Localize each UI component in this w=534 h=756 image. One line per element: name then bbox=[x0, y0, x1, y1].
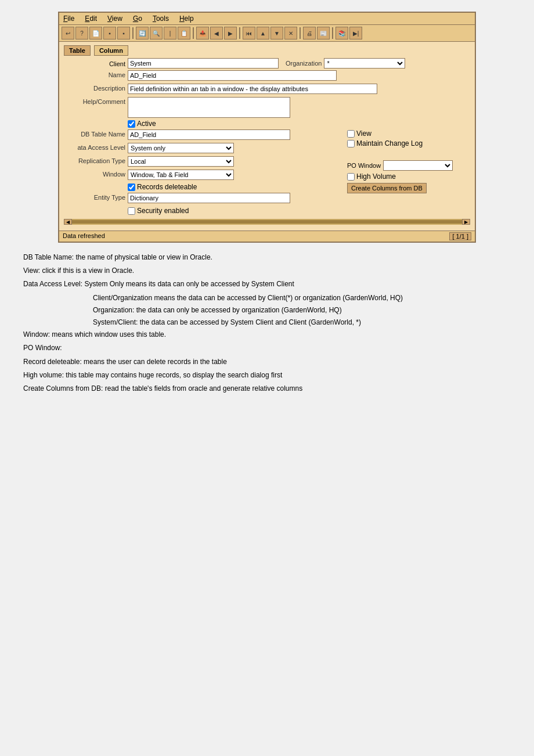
records-deleteable-checkbox[interactable] bbox=[128, 183, 135, 191]
col-left: DB Table Name ata Access Level System on… bbox=[64, 129, 342, 217]
po-window-select[interactable] bbox=[383, 160, 453, 171]
entity-type-label: Entity Type bbox=[64, 193, 128, 201]
form-area: Table Column Client Organization * Name … bbox=[59, 42, 475, 231]
description-input[interactable] bbox=[128, 84, 377, 94]
client-label: Client bbox=[64, 59, 128, 67]
toolbar-sep4 bbox=[300, 27, 301, 39]
toolbar-cancel-btn[interactable]: ✕ bbox=[284, 27, 297, 39]
toolbar-first-btn[interactable]: ⏮ bbox=[243, 27, 255, 39]
toolbar-print-btn[interactable]: 🖨 bbox=[303, 27, 316, 39]
desc-line7: High volume: this table may contains hug… bbox=[23, 370, 511, 381]
organization-label: Organization bbox=[286, 60, 322, 67]
client-org-row: Client Organization * bbox=[64, 58, 470, 69]
high-volume-label: High Volume bbox=[356, 172, 396, 181]
security-enabled-checkbox[interactable] bbox=[128, 207, 135, 215]
desc-line3: Data Access Level: System Only means its… bbox=[23, 279, 511, 290]
toolbar-prev-btn[interactable]: ◀ bbox=[210, 27, 223, 39]
active-checkbox[interactable] bbox=[128, 120, 135, 128]
status-bar: Data refreshed [ 1/1 ] bbox=[59, 231, 475, 242]
menu-edit[interactable]: Edit bbox=[83, 14, 99, 23]
high-volume-checkbox[interactable] bbox=[347, 173, 355, 181]
desc-indent3: System/Client: the data can be accessed … bbox=[93, 317, 511, 328]
organization-select[interactable]: * bbox=[324, 58, 405, 69]
toolbar-sep1 bbox=[132, 27, 134, 39]
menu-bar: File Edit View Go Tools Help bbox=[59, 13, 475, 25]
view-checkbox[interactable] bbox=[347, 130, 355, 138]
security-enabled-label: Security enabled bbox=[137, 207, 189, 215]
maintain-change-log-label: Maintain Change Log bbox=[356, 139, 423, 147]
client-input[interactable] bbox=[128, 58, 279, 69]
toolbar-down-btn[interactable]: ▼ bbox=[270, 27, 283, 39]
data-access-level-label: ata Access Level bbox=[64, 143, 128, 151]
toolbar-find-btn[interactable]: 🔍 bbox=[150, 27, 163, 39]
menu-file[interactable]: File bbox=[62, 14, 76, 23]
horizontal-scrollbar[interactable]: ◀ ▶ bbox=[64, 219, 470, 225]
scroll-left-arrow[interactable]: ◀ bbox=[64, 219, 72, 225]
toolbar-refresh-btn[interactable]: 🔄 bbox=[136, 27, 149, 39]
app-window: File Edit View Go Tools Help ↩ ? 📄 ▪ ▪ 🔄… bbox=[58, 12, 476, 243]
entity-type-row: Entity Type bbox=[64, 193, 342, 204]
active-label: Active bbox=[137, 120, 156, 128]
scroll-track[interactable] bbox=[72, 220, 462, 224]
desc-indent1: Client/Organization means the data can b… bbox=[93, 293, 511, 304]
menu-go[interactable]: Go bbox=[131, 14, 144, 23]
data-access-level-row: ata Access Level System only Client/Orga… bbox=[64, 143, 342, 154]
entity-type-input[interactable] bbox=[128, 193, 290, 203]
toolbar-attach-btn[interactable]: | bbox=[164, 27, 176, 39]
po-window-row: PO Window bbox=[347, 160, 470, 171]
menu-help[interactable]: Help bbox=[178, 14, 196, 23]
org-part: Organization * bbox=[286, 58, 405, 69]
menu-view[interactable]: View bbox=[106, 14, 124, 23]
desc-indent2: Organization: the data can only be acces… bbox=[93, 305, 511, 316]
desc-line4: Window: means which window uses this tab… bbox=[23, 329, 511, 340]
desc-line8: Create Columns from DB: read the table's… bbox=[23, 383, 511, 394]
toolbar-help-btn[interactable]: ? bbox=[75, 27, 88, 39]
toolbar-new-btn[interactable]: 📄 bbox=[89, 27, 102, 39]
db-table-name-label: DB Table Name bbox=[64, 129, 128, 138]
col-right: View Maintain Change Log PO Window bbox=[342, 129, 470, 217]
db-table-name-row: DB Table Name bbox=[64, 129, 342, 141]
window-select[interactable]: Window, Tab & Field bbox=[128, 170, 234, 180]
help-comment-row: Help/Comment bbox=[64, 97, 470, 118]
toolbar-archive-btn[interactable]: 📋 bbox=[178, 27, 190, 39]
po-window-label: PO Window bbox=[347, 162, 381, 169]
two-col-area: DB Table Name ata Access Level System on… bbox=[64, 129, 470, 217]
active-row: Active bbox=[128, 120, 470, 128]
records-deleteable-row: Records deleteable bbox=[128, 183, 342, 191]
toolbar-delete-btn[interactable]: ▪ bbox=[117, 27, 130, 39]
toolbar-next-btn[interactable]: ▶ bbox=[224, 27, 237, 39]
tab-table[interactable]: Table bbox=[64, 45, 91, 56]
maintain-change-log-row: Maintain Change Log bbox=[347, 139, 470, 147]
records-deleteable-label: Records deleteable bbox=[137, 183, 197, 191]
toolbar-sep2 bbox=[193, 27, 194, 39]
window-label: Window bbox=[64, 170, 128, 178]
toolbar-book-btn[interactable]: 📚 bbox=[335, 27, 348, 39]
toolbar-report-btn[interactable]: 📰 bbox=[317, 27, 330, 39]
name-input[interactable] bbox=[128, 70, 337, 81]
replication-type-label: Replication Type bbox=[64, 156, 128, 164]
maintain-change-log-checkbox[interactable] bbox=[347, 140, 355, 147]
create-columns-btn[interactable]: Create Columns from DB bbox=[347, 183, 427, 193]
toolbar-up-btn[interactable]: ▲ bbox=[257, 27, 269, 39]
replication-type-select[interactable]: Local bbox=[128, 156, 234, 167]
create-columns-area: Create Columns from DB bbox=[347, 183, 470, 193]
toolbar-parent-btn[interactable]: 📤 bbox=[196, 27, 209, 39]
name-row: Name bbox=[64, 70, 470, 82]
description-row: Description bbox=[64, 84, 470, 95]
description-label: Description bbox=[64, 84, 128, 92]
name-label: Name bbox=[64, 70, 128, 78]
toolbar-back-btn[interactable]: ↩ bbox=[62, 27, 74, 39]
toolbar-exit-btn[interactable]: ▶| bbox=[349, 27, 362, 39]
toolbar-sep3 bbox=[239, 27, 240, 39]
help-comment-label: Help/Comment bbox=[64, 97, 128, 105]
view-label: View bbox=[356, 129, 371, 138]
desc-line1: DB Table Name: the name of physical tabl… bbox=[23, 252, 511, 263]
data-access-level-select[interactable]: System only Client/Organization Organiza… bbox=[128, 143, 234, 153]
security-enabled-row: Security enabled bbox=[128, 207, 342, 215]
toolbar-copy-btn[interactable]: ▪ bbox=[103, 27, 116, 39]
help-comment-textarea[interactable] bbox=[128, 97, 290, 118]
tab-column[interactable]: Column bbox=[94, 45, 128, 56]
menu-tools[interactable]: Tools bbox=[151, 14, 171, 23]
scroll-right-arrow[interactable]: ▶ bbox=[462, 219, 470, 225]
db-table-name-input[interactable] bbox=[128, 129, 290, 140]
